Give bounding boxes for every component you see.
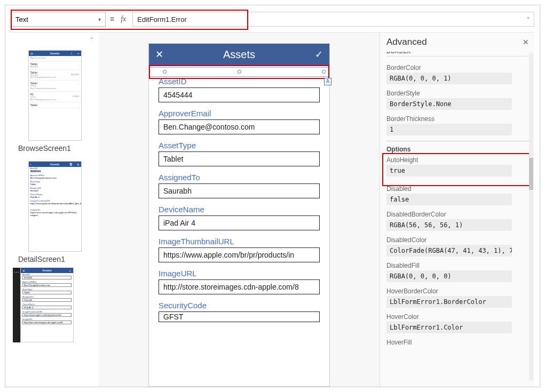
- field-label: DeviceName: [159, 205, 320, 214]
- prop-label: HoverColor: [386, 313, 533, 321]
- devicename-input[interactable]: iPad Air 4: [159, 215, 320, 230]
- prop-label: AutoHeight: [386, 156, 533, 164]
- field-label: ImageURL: [159, 269, 320, 278]
- field-label: AssetType: [159, 141, 320, 150]
- screen-label-1: BrowseScreen1: [13, 142, 97, 157]
- bordercolor-input[interactable]: RGBA(0, 0, 0, 1): [386, 73, 512, 84]
- form-title: Assets: [223, 49, 255, 61]
- disabledcolor-input[interactable]: ColorFade(RGBA(47, 41, 43, 1), 70%): [386, 245, 512, 257]
- approveremail-input[interactable]: Ben.Change@contoso.com: [159, 119, 320, 134]
- formula-input[interactable]: EditForm1.Error ˅: [132, 12, 534, 27]
- thumbnail-detailscreen[interactable]: ‹Assets🗑✎ AssetID4545444 ApproverEMailBe…: [28, 161, 82, 252]
- prop-label: HoverBorderColor: [386, 287, 533, 295]
- formula-text: EditForm1.Error: [137, 15, 186, 23]
- form-header: ✕ Assets ✓: [149, 44, 329, 65]
- field-label: AssignedTo: [159, 173, 320, 182]
- hovercolor-input[interactable]: LblFormError1.Color: [386, 322, 512, 333]
- formula-bar: Text ▾ = fx EditForm1.Error ˅: [11, 11, 534, 33]
- securitycode-input[interactable]: GFST: [159, 311, 320, 322]
- disabled-input[interactable]: false: [386, 194, 512, 205]
- field-label: ImageThumbnailURL: [159, 237, 320, 246]
- assetid-input[interactable]: 4545444: [159, 87, 320, 102]
- prop-label: BorderThickness: [386, 115, 533, 123]
- screens-panel: ˄ ⟳Assets↕+ 🔍 Search Items TabletSaurabh…: [11, 33, 99, 387]
- chevron-down-icon: ˅: [527, 17, 530, 22]
- borderthickness-input[interactable]: 1: [386, 124, 512, 135]
- equals-sign: =: [110, 15, 114, 23]
- thumbnail-editscreen[interactable]: ⋯ ✕Assets✓ AssetID4545444 ApproverEMailB…: [13, 268, 97, 342]
- advanced-pane: Advanced ✕ BORDER BorderColorRGBA(0, 0, …: [380, 33, 534, 387]
- chevron-down-icon: ▾: [98, 17, 101, 22]
- check-icon[interactable]: ✓: [315, 49, 323, 60]
- canvas: ✕ Assets ✓ A AssetID4545444 ApproverEmai…: [99, 33, 380, 387]
- prop-label: DisabledBorderColor: [386, 211, 533, 218]
- imageurl-input[interactable]: http://store.storeimages.cdn-apple.com/8: [159, 279, 320, 294]
- disabledfill-input[interactable]: RGBA(0, 0, 0, 0): [386, 270, 512, 282]
- prop-label: Disabled: [386, 185, 533, 193]
- assettype-input[interactable]: Tablet: [159, 151, 320, 166]
- assignedto-input[interactable]: Saurabh: [159, 183, 320, 198]
- close-icon[interactable]: ✕: [155, 49, 163, 60]
- expand-toggle[interactable]: ˄: [13, 36, 97, 46]
- field-label: ApproverEmail: [159, 109, 320, 118]
- prop-label: DisabledFill: [386, 262, 533, 269]
- pane-title: Advanced: [386, 37, 427, 47]
- screen-label-2: DetailScreen1: [13, 253, 97, 268]
- prop-label: DisabledColor: [386, 236, 533, 244]
- field-label: AssetID: [159, 77, 320, 86]
- hoverbordercolor-input[interactable]: LblFormError1.BorderColor: [386, 296, 512, 308]
- autoheight-input[interactable]: true: [386, 165, 512, 177]
- imagethumbnailurl-input[interactable]: https://www.apple.com/br/pr/products/in: [159, 247, 320, 262]
- prop-label: HoverFill: [386, 339, 533, 346]
- section-border: BORDER: [386, 52, 533, 57]
- disabledbordercolor-input[interactable]: RGBA(56, 56, 56, 1): [386, 219, 512, 231]
- label-type-icon: A: [324, 78, 331, 85]
- phone-preview[interactable]: ✕ Assets ✓ A AssetID4545444 ApproverEmai…: [148, 43, 330, 387]
- borderstyle-input[interactable]: BorderStyle.None: [386, 98, 512, 110]
- close-pane-icon[interactable]: ✕: [523, 38, 529, 46]
- fx-icon: fx: [119, 15, 128, 23]
- field-label: SecurityCode: [159, 301, 320, 310]
- thumbnail-browsescreen[interactable]: ⟳Assets↕+ 🔍 Search Items TabletSaurabh› …: [28, 50, 82, 141]
- scrollbar-thumb[interactable]: [529, 158, 533, 190]
- scrollbar[interactable]: [529, 53, 533, 381]
- prop-label: BorderStyle: [386, 90, 533, 97]
- edit-form: AssetID4545444 ApproverEmailBen.Change@c…: [149, 65, 329, 386]
- property-dropdown-label: Text: [15, 15, 28, 23]
- prop-label: BorderColor: [386, 64, 533, 71]
- section-options: Options: [386, 141, 533, 156]
- property-dropdown[interactable]: Text ▾: [11, 12, 106, 27]
